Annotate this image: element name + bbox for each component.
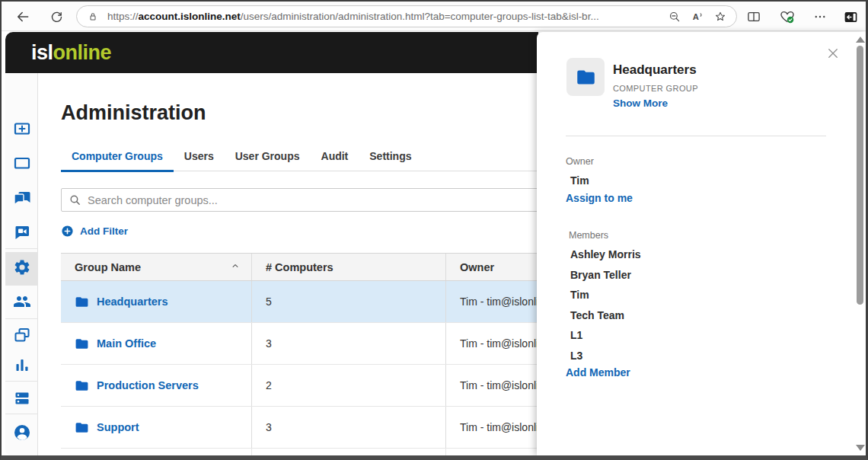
tab-computer-groups[interactable]: Computer Groups bbox=[61, 145, 174, 172]
read-aloud-icon[interactable]: A bbox=[689, 8, 706, 25]
details-panel: Headquarters COMPUTER GROUP Show More Ow… bbox=[537, 32, 866, 455]
group-name-link[interactable]: Support bbox=[97, 421, 139, 433]
folder-icon bbox=[576, 67, 596, 88]
scroll-down-arrow-icon[interactable] bbox=[856, 445, 865, 451]
owner-label: Owner bbox=[566, 156, 594, 167]
search-input[interactable] bbox=[88, 194, 586, 206]
member-item: Tech Team bbox=[570, 309, 624, 321]
scroll-up-arrow-icon[interactable] bbox=[856, 37, 865, 43]
back-icon[interactable] bbox=[14, 8, 31, 25]
panel-title: Headquarters bbox=[613, 62, 697, 78]
close-icon[interactable] bbox=[824, 44, 842, 62]
add-filter-label: Add Filter bbox=[80, 225, 128, 237]
url-domain: account.islonline.net bbox=[139, 11, 241, 22]
browser-essentials-icon[interactable] bbox=[779, 8, 796, 25]
sidebar-divider bbox=[5, 381, 38, 382]
logo-online: online bbox=[53, 41, 112, 64]
search-icon bbox=[69, 193, 81, 206]
group-name-link[interactable]: Main Office bbox=[97, 337, 156, 350]
group-name-cell[interactable]: Production Servers bbox=[61, 365, 251, 406]
computer-count-cell: 3 bbox=[251, 407, 445, 448]
browser-toolbar: https://account.islonline.net/users/admi… bbox=[2, 2, 866, 31]
member-item: Ashley Morris bbox=[570, 248, 641, 260]
account-icon[interactable] bbox=[5, 423, 38, 442]
column-header-computers[interactable]: # Computers bbox=[251, 254, 445, 280]
add-computer-icon[interactable] bbox=[5, 120, 38, 139]
web-page: islonline bbox=[2, 31, 866, 455]
group-name-cell[interactable]: Headquarters bbox=[61, 281, 251, 322]
members-label: Members bbox=[569, 230, 608, 241]
address-bar[interactable]: https://account.islonline.net/users/admi… bbox=[76, 5, 737, 27]
favorite-star-icon[interactable] bbox=[712, 8, 729, 25]
sidebar-divider bbox=[5, 414, 38, 414]
sort-ascending-icon[interactable] bbox=[230, 260, 241, 273]
browser-window: https://account.islonline.net/users/admi… bbox=[0, 0, 868, 460]
assign-to-me-link[interactable]: Assign to me bbox=[566, 192, 633, 204]
group-avatar-tile bbox=[566, 58, 605, 96]
owner-name: Tim bbox=[570, 174, 589, 187]
split-screen-icon[interactable] bbox=[745, 8, 762, 25]
more-options-icon[interactable] bbox=[812, 8, 828, 25]
logo-isl: isl bbox=[31, 41, 53, 64]
app-sidebar bbox=[5, 73, 38, 455]
settings-icon[interactable] bbox=[5, 258, 38, 276]
page-title: Administration bbox=[61, 101, 206, 125]
group-name-link[interactable]: Headquarters bbox=[97, 295, 168, 308]
computer-count-cell: 5 bbox=[251, 281, 445, 322]
show-more-link[interactable]: Show More bbox=[613, 97, 668, 109]
sessions-icon[interactable] bbox=[5, 326, 38, 344]
computers-icon[interactable] bbox=[5, 155, 38, 173]
tab-strip: Computer Groups Users User Groups Audit … bbox=[61, 145, 548, 171]
member-item: Tim bbox=[570, 289, 589, 301]
url-scheme: https:// bbox=[107, 11, 139, 22]
servers-icon[interactable] bbox=[5, 389, 38, 407]
member-item: L3 bbox=[570, 350, 582, 362]
group-name-cell[interactable]: Support bbox=[61, 407, 251, 448]
member-item: Bryan Teller bbox=[570, 269, 631, 281]
tab-settings[interactable]: Settings bbox=[359, 145, 422, 171]
url-path: /users/administration/administration.htm… bbox=[241, 11, 599, 22]
sidebar-divider bbox=[5, 318, 38, 319]
sidebar-divider bbox=[5, 248, 38, 249]
tab-users[interactable]: Users bbox=[174, 145, 225, 171]
group-name-cell[interactable]: Main Office bbox=[61, 323, 251, 364]
folder-icon bbox=[75, 379, 89, 393]
refresh-icon[interactable] bbox=[48, 8, 65, 25]
tab-audit[interactable]: Audit bbox=[311, 145, 359, 171]
islonline-logo[interactable]: islonline bbox=[31, 41, 111, 65]
search-box[interactable] bbox=[61, 188, 594, 212]
column-header-group-name[interactable]: Group Name bbox=[61, 254, 251, 280]
computer-count-cell: 3 bbox=[251, 323, 445, 364]
folder-icon bbox=[75, 420, 89, 435]
panel-subtitle: COMPUTER GROUP bbox=[613, 84, 698, 93]
users-icon[interactable] bbox=[5, 292, 38, 311]
folder-icon bbox=[75, 337, 89, 351]
computer-count-cell: 2 bbox=[251, 365, 445, 406]
add-filter-button[interactable]: Add Filter bbox=[61, 225, 128, 238]
reports-icon[interactable] bbox=[5, 356, 38, 375]
member-item: L1 bbox=[570, 329, 582, 341]
sidebar-toggle-icon[interactable] bbox=[842, 8, 859, 25]
lock-icon[interactable] bbox=[85, 8, 101, 25]
folder-icon bbox=[75, 295, 89, 309]
video-call-icon[interactable] bbox=[5, 223, 38, 241]
chat-icon[interactable] bbox=[5, 189, 38, 207]
url-text[interactable]: https://account.islonline.net/users/admi… bbox=[107, 11, 660, 22]
panel-scrollbar-thumb[interactable] bbox=[857, 46, 863, 305]
svg-text:A: A bbox=[693, 11, 699, 21]
add-member-link[interactable]: Add Member bbox=[566, 366, 630, 379]
tab-user-groups[interactable]: User Groups bbox=[225, 145, 311, 171]
group-name-link[interactable]: Production Servers bbox=[97, 379, 199, 391]
site-header: islonline bbox=[5, 32, 538, 73]
panel-divider bbox=[566, 136, 826, 136]
zoom-out-icon[interactable] bbox=[666, 8, 683, 25]
plus-circle-icon bbox=[61, 225, 74, 238]
